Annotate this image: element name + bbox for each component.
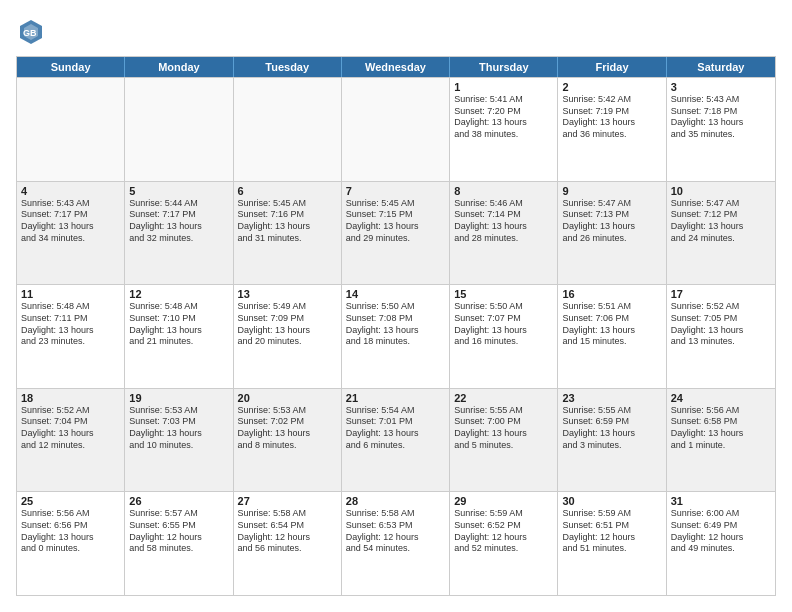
day-number: 26 [129,495,228,507]
day-cell-28: 28Sunrise: 5:58 AMSunset: 6:53 PMDayligh… [342,492,450,595]
calendar-week-2: 4Sunrise: 5:43 AMSunset: 7:17 PMDaylight… [17,181,775,285]
day-cell-22: 22Sunrise: 5:55 AMSunset: 7:00 PMDayligh… [450,389,558,492]
svg-text:GB: GB [23,28,37,38]
day-cell-19: 19Sunrise: 5:53 AMSunset: 7:03 PMDayligh… [125,389,233,492]
header-day-tuesday: Tuesday [234,57,342,77]
cell-content: Sunrise: 5:56 AMSunset: 6:58 PMDaylight:… [671,405,771,452]
cell-content: Sunrise: 5:45 AMSunset: 7:15 PMDaylight:… [346,198,445,245]
page: GB SundayMondayTuesdayWednesdayThursdayF… [0,0,792,612]
day-number: 11 [21,288,120,300]
header-day-saturday: Saturday [667,57,775,77]
day-cell-9: 9Sunrise: 5:47 AMSunset: 7:13 PMDaylight… [558,182,666,285]
cell-content: Sunrise: 5:52 AMSunset: 7:04 PMDaylight:… [21,405,120,452]
calendar-header: SundayMondayTuesdayWednesdayThursdayFrid… [17,57,775,77]
cell-content: Sunrise: 5:58 AMSunset: 6:54 PMDaylight:… [238,508,337,555]
logo-icon: GB [16,16,46,46]
cell-content: Sunrise: 5:42 AMSunset: 7:19 PMDaylight:… [562,94,661,141]
cell-content: Sunrise: 5:44 AMSunset: 7:17 PMDaylight:… [129,198,228,245]
day-number: 14 [346,288,445,300]
day-number: 10 [671,185,771,197]
day-cell-1: 1Sunrise: 5:41 AMSunset: 7:20 PMDaylight… [450,78,558,181]
day-number: 12 [129,288,228,300]
day-cell-20: 20Sunrise: 5:53 AMSunset: 7:02 PMDayligh… [234,389,342,492]
cell-content: Sunrise: 5:55 AMSunset: 6:59 PMDaylight:… [562,405,661,452]
day-number: 19 [129,392,228,404]
empty-cell [234,78,342,181]
day-cell-29: 29Sunrise: 5:59 AMSunset: 6:52 PMDayligh… [450,492,558,595]
header-day-wednesday: Wednesday [342,57,450,77]
cell-content: Sunrise: 5:53 AMSunset: 7:03 PMDaylight:… [129,405,228,452]
day-cell-16: 16Sunrise: 5:51 AMSunset: 7:06 PMDayligh… [558,285,666,388]
day-cell-21: 21Sunrise: 5:54 AMSunset: 7:01 PMDayligh… [342,389,450,492]
header-day-sunday: Sunday [17,57,125,77]
day-cell-27: 27Sunrise: 5:58 AMSunset: 6:54 PMDayligh… [234,492,342,595]
day-number: 1 [454,81,553,93]
calendar-week-1: 1Sunrise: 5:41 AMSunset: 7:20 PMDaylight… [17,77,775,181]
day-number: 13 [238,288,337,300]
day-cell-5: 5Sunrise: 5:44 AMSunset: 7:17 PMDaylight… [125,182,233,285]
empty-cell [17,78,125,181]
day-number: 7 [346,185,445,197]
day-number: 8 [454,185,553,197]
day-number: 5 [129,185,228,197]
day-number: 28 [346,495,445,507]
header-day-monday: Monday [125,57,233,77]
header: GB [16,16,776,46]
cell-content: Sunrise: 5:58 AMSunset: 6:53 PMDaylight:… [346,508,445,555]
day-number: 20 [238,392,337,404]
cell-content: Sunrise: 5:54 AMSunset: 7:01 PMDaylight:… [346,405,445,452]
day-number: 25 [21,495,120,507]
cell-content: Sunrise: 5:45 AMSunset: 7:16 PMDaylight:… [238,198,337,245]
calendar-week-4: 18Sunrise: 5:52 AMSunset: 7:04 PMDayligh… [17,388,775,492]
day-cell-6: 6Sunrise: 5:45 AMSunset: 7:16 PMDaylight… [234,182,342,285]
day-number: 15 [454,288,553,300]
day-cell-10: 10Sunrise: 5:47 AMSunset: 7:12 PMDayligh… [667,182,775,285]
day-cell-4: 4Sunrise: 5:43 AMSunset: 7:17 PMDaylight… [17,182,125,285]
calendar: SundayMondayTuesdayWednesdayThursdayFrid… [16,56,776,596]
day-number: 2 [562,81,661,93]
calendar-body: 1Sunrise: 5:41 AMSunset: 7:20 PMDaylight… [17,77,775,595]
empty-cell [125,78,233,181]
day-number: 24 [671,392,771,404]
day-number: 30 [562,495,661,507]
day-number: 17 [671,288,771,300]
cell-content: Sunrise: 5:46 AMSunset: 7:14 PMDaylight:… [454,198,553,245]
day-cell-31: 31Sunrise: 6:00 AMSunset: 6:49 PMDayligh… [667,492,775,595]
day-number: 27 [238,495,337,507]
day-number: 3 [671,81,771,93]
header-day-friday: Friday [558,57,666,77]
day-number: 18 [21,392,120,404]
day-cell-2: 2Sunrise: 5:42 AMSunset: 7:19 PMDaylight… [558,78,666,181]
day-cell-23: 23Sunrise: 5:55 AMSunset: 6:59 PMDayligh… [558,389,666,492]
day-cell-7: 7Sunrise: 5:45 AMSunset: 7:15 PMDaylight… [342,182,450,285]
day-number: 23 [562,392,661,404]
cell-content: Sunrise: 5:51 AMSunset: 7:06 PMDaylight:… [562,301,661,348]
header-day-thursday: Thursday [450,57,558,77]
cell-content: Sunrise: 5:57 AMSunset: 6:55 PMDaylight:… [129,508,228,555]
day-cell-3: 3Sunrise: 5:43 AMSunset: 7:18 PMDaylight… [667,78,775,181]
day-number: 9 [562,185,661,197]
day-cell-25: 25Sunrise: 5:56 AMSunset: 6:56 PMDayligh… [17,492,125,595]
day-cell-11: 11Sunrise: 5:48 AMSunset: 7:11 PMDayligh… [17,285,125,388]
cell-content: Sunrise: 5:41 AMSunset: 7:20 PMDaylight:… [454,94,553,141]
day-cell-14: 14Sunrise: 5:50 AMSunset: 7:08 PMDayligh… [342,285,450,388]
cell-content: Sunrise: 5:50 AMSunset: 7:08 PMDaylight:… [346,301,445,348]
day-number: 4 [21,185,120,197]
day-cell-12: 12Sunrise: 5:48 AMSunset: 7:10 PMDayligh… [125,285,233,388]
cell-content: Sunrise: 5:53 AMSunset: 7:02 PMDaylight:… [238,405,337,452]
day-number: 16 [562,288,661,300]
day-number: 6 [238,185,337,197]
cell-content: Sunrise: 6:00 AMSunset: 6:49 PMDaylight:… [671,508,771,555]
cell-content: Sunrise: 5:56 AMSunset: 6:56 PMDaylight:… [21,508,120,555]
day-cell-13: 13Sunrise: 5:49 AMSunset: 7:09 PMDayligh… [234,285,342,388]
cell-content: Sunrise: 5:48 AMSunset: 7:10 PMDaylight:… [129,301,228,348]
day-number: 31 [671,495,771,507]
day-cell-8: 8Sunrise: 5:46 AMSunset: 7:14 PMDaylight… [450,182,558,285]
cell-content: Sunrise: 5:59 AMSunset: 6:52 PMDaylight:… [454,508,553,555]
logo: GB [16,16,50,46]
cell-content: Sunrise: 5:47 AMSunset: 7:12 PMDaylight:… [671,198,771,245]
cell-content: Sunrise: 5:52 AMSunset: 7:05 PMDaylight:… [671,301,771,348]
day-cell-30: 30Sunrise: 5:59 AMSunset: 6:51 PMDayligh… [558,492,666,595]
cell-content: Sunrise: 5:43 AMSunset: 7:18 PMDaylight:… [671,94,771,141]
cell-content: Sunrise: 5:59 AMSunset: 6:51 PMDaylight:… [562,508,661,555]
